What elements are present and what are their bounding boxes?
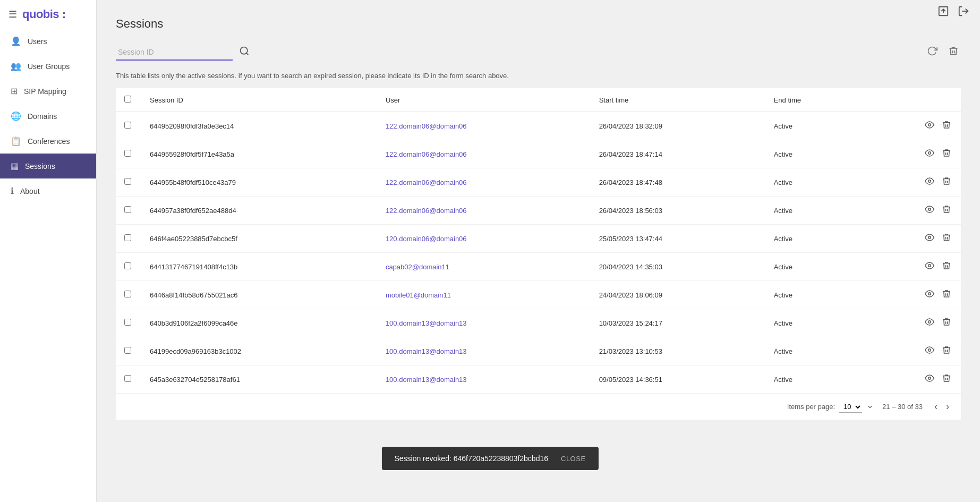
svg-line-4 bbox=[246, 53, 249, 55]
row-checkbox-cell bbox=[116, 309, 141, 337]
row-checkbox-cell bbox=[116, 281, 141, 309]
view-session-button[interactable] bbox=[924, 344, 935, 358]
row-start-time: 09/05/2023 14:36:51 bbox=[591, 365, 765, 394]
delete-session-button[interactable] bbox=[941, 316, 952, 330]
sidebar-item-label: Users bbox=[28, 37, 47, 46]
toast-close-button[interactable]: Close bbox=[561, 455, 586, 463]
row-actions-cell bbox=[862, 168, 961, 197]
next-page-button[interactable]: › bbox=[943, 400, 952, 413]
row-session-id: 6446a8f14fb58d6755021ac6 bbox=[141, 281, 377, 309]
user-link[interactable]: 100.domain13@domain13 bbox=[386, 319, 467, 327]
page-title: Sessions bbox=[116, 17, 961, 31]
sidebar-item-user-groups[interactable]: 👥 User Groups bbox=[0, 54, 96, 79]
search-button[interactable] bbox=[237, 44, 252, 61]
row-checkbox[interactable] bbox=[124, 262, 131, 269]
sidebar-item-label: Domains bbox=[28, 112, 57, 121]
sidebar: ☰ quobis : 👤 Users 👥 User Groups ⊞ SIP M… bbox=[0, 0, 97, 502]
row-start-time: 20/04/2023 14:35:03 bbox=[591, 253, 765, 281]
items-per-page-label: Items per page: bbox=[787, 403, 835, 411]
delete-session-button[interactable] bbox=[941, 119, 952, 133]
row-actions bbox=[870, 344, 952, 358]
delete-session-button[interactable] bbox=[941, 260, 952, 274]
row-session-id: 644952098f0fdf3fa0e3ec14 bbox=[141, 112, 377, 140]
row-actions-cell bbox=[862, 225, 961, 253]
row-actions-cell bbox=[862, 281, 961, 309]
session-id-search-input[interactable] bbox=[116, 45, 233, 61]
view-session-button[interactable] bbox=[924, 232, 935, 245]
delete-session-button[interactable] bbox=[941, 203, 952, 217]
svg-point-10 bbox=[928, 265, 931, 267]
toast-message: Session revoked: 646f720a52238803f2bcbd1… bbox=[394, 454, 548, 463]
row-checkbox[interactable] bbox=[124, 178, 131, 185]
sidebar-item-label: User Groups bbox=[28, 62, 70, 71]
sidebar-item-users[interactable]: 👤 Users bbox=[0, 29, 96, 54]
sessions-table-container: Session ID User Start time End time 6449… bbox=[116, 88, 961, 420]
view-session-button[interactable] bbox=[924, 372, 935, 386]
view-session-button[interactable] bbox=[924, 147, 935, 161]
user-link[interactable]: 120.domain06@domain06 bbox=[386, 235, 467, 243]
table-row: 644955928f0fdf5f71e43a5a 122.domain06@do… bbox=[116, 140, 961, 168]
sidebar-item-sip-mapping[interactable]: ⊞ SIP Mapping bbox=[0, 79, 96, 104]
page-range: 21 – 30 of 33 bbox=[882, 403, 923, 411]
row-start-time: 10/03/2023 15:24:17 bbox=[591, 309, 765, 337]
user-link[interactable]: mobile01@domain11 bbox=[386, 291, 451, 299]
row-user: capab02@domain11 bbox=[377, 253, 591, 281]
hamburger-icon[interactable]: ☰ bbox=[8, 8, 17, 20]
user-link[interactable]: 100.domain13@domain13 bbox=[386, 347, 467, 355]
delete-session-button[interactable] bbox=[941, 232, 952, 245]
view-session-button[interactable] bbox=[924, 260, 935, 274]
domains-icon: 🌐 bbox=[11, 111, 21, 121]
row-user: 122.domain06@domain06 bbox=[377, 112, 591, 140]
row-checkbox[interactable] bbox=[124, 375, 131, 382]
view-session-button[interactable] bbox=[924, 175, 935, 189]
user-link[interactable]: 122.domain06@domain06 bbox=[386, 178, 467, 186]
row-checkbox[interactable] bbox=[124, 319, 131, 326]
main-content: Sessions This table lists only the activ… bbox=[97, 0, 980, 502]
col-actions bbox=[862, 88, 961, 112]
row-actions bbox=[870, 232, 952, 245]
delete-session-button[interactable] bbox=[941, 288, 952, 302]
delete-selected-button[interactable] bbox=[946, 44, 961, 61]
row-checkbox[interactable] bbox=[124, 347, 131, 354]
row-actions bbox=[870, 147, 952, 161]
row-checkbox-cell bbox=[116, 112, 141, 140]
row-checkbox[interactable] bbox=[124, 206, 131, 213]
row-session-id: 645a3e632704e5258178af61 bbox=[141, 365, 377, 394]
view-session-button[interactable] bbox=[924, 119, 935, 133]
row-checkbox[interactable] bbox=[124, 291, 131, 297]
view-session-button[interactable] bbox=[924, 316, 935, 330]
col-checkbox bbox=[116, 88, 141, 112]
svg-point-12 bbox=[928, 321, 931, 324]
view-session-button[interactable] bbox=[924, 203, 935, 217]
row-user: 100.domain13@domain13 bbox=[377, 337, 591, 365]
per-page-select[interactable]: 5 10 25 50 bbox=[839, 401, 862, 413]
delete-session-button[interactable] bbox=[941, 344, 952, 358]
user-link[interactable]: capab02@domain11 bbox=[386, 263, 449, 271]
table-row: 644957a38f0fdf652ae488d4 122.domain06@do… bbox=[116, 197, 961, 225]
user-link[interactable]: 122.domain06@domain06 bbox=[386, 122, 467, 130]
row-checkbox[interactable] bbox=[124, 150, 131, 157]
user-link[interactable]: 122.domain06@domain06 bbox=[386, 150, 467, 158]
delete-session-button[interactable] bbox=[941, 147, 952, 161]
view-session-button[interactable] bbox=[924, 288, 935, 302]
row-checkbox[interactable] bbox=[124, 122, 131, 129]
sidebar-item-about[interactable]: ℹ About bbox=[0, 178, 96, 203]
upload-icon[interactable] bbox=[938, 5, 949, 20]
table-row: 640b3d9106f2a2f6099ca46e 100.domain13@do… bbox=[116, 309, 961, 337]
sessions-table: Session ID User Start time End time 6449… bbox=[116, 88, 961, 394]
table-row: 645a3e632704e5258178af61 100.domain13@do… bbox=[116, 365, 961, 394]
row-session-id: 646f4ae05223885d7ebcbc5f bbox=[141, 225, 377, 253]
user-link[interactable]: 122.domain06@domain06 bbox=[386, 207, 467, 215]
row-checkbox[interactable] bbox=[124, 234, 131, 241]
sidebar-item-domains[interactable]: 🌐 Domains bbox=[0, 104, 96, 129]
delete-session-button[interactable] bbox=[941, 175, 952, 189]
refresh-button[interactable] bbox=[925, 44, 940, 61]
user-link[interactable]: 100.domain13@domain13 bbox=[386, 376, 467, 384]
logout-icon[interactable] bbox=[958, 5, 969, 20]
prev-page-button[interactable]: ‹ bbox=[931, 400, 941, 413]
sidebar-item-sessions[interactable]: ▦ Sessions bbox=[0, 154, 96, 178]
sidebar-item-conferences[interactable]: 📋 Conferences bbox=[0, 129, 96, 154]
select-all-checkbox[interactable] bbox=[124, 96, 131, 103]
row-user: mobile01@domain11 bbox=[377, 281, 591, 309]
delete-session-button[interactable] bbox=[941, 372, 952, 386]
